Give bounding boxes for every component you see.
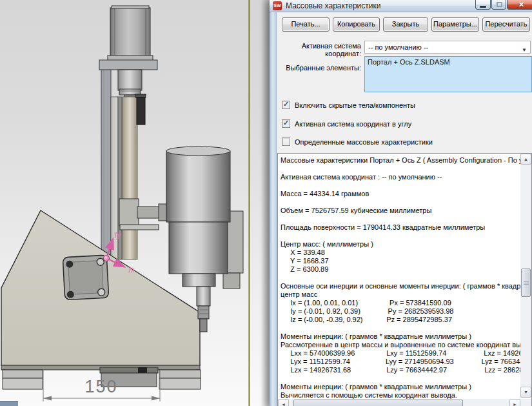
horizontal-scrollbar[interactable]: ◄ ►	[278, 399, 531, 406]
solidworks-icon: SW	[273, 1, 282, 10]
dialog-frame-edge	[270, 12, 277, 406]
axis-iz-label: Iz	[128, 265, 134, 274]
coord-system-dropdown[interactable]: -- по умолчанию -- ▼	[364, 41, 531, 54]
spindle-motor	[166, 147, 243, 289]
checkbox-hidden-bodies[interactable]: ✓	[282, 101, 290, 109]
close-icon: ✕	[507, 0, 532, 9]
horizontal-scroll-thumb[interactable]	[293, 400, 463, 406]
mass-properties-report[interactable]: Массовые характеристики Портал + Ось Z (…	[277, 153, 532, 406]
selected-item[interactable]: Портал + Ось Z.SLDASM	[368, 58, 529, 66]
minimize-icon	[480, 6, 486, 8]
z-axis-column	[99, 6, 168, 259]
checkbox-label: Определенные массовые характеристики	[295, 138, 433, 146]
check-icon: ✓	[283, 119, 289, 127]
viewport-active-border	[249, 0, 250, 406]
cad-model: 150 Iy Iz	[0, 0, 271, 406]
scrollbar-corner	[520, 399, 531, 406]
selected-items-label: Выбранные элементы:	[279, 64, 361, 72]
close-button[interactable]: ✕	[507, 0, 532, 10]
coord-system-value: -- по умолчанию --	[368, 43, 428, 51]
cad-viewport[interactable]: 150 Iy Iz	[0, 0, 271, 406]
checkbox-label: Активная система координат в углу	[295, 120, 411, 128]
scroll-right-icon[interactable]: ►	[509, 399, 520, 406]
maximize-button[interactable]	[491, 0, 506, 10]
vertical-scroll-thumb[interactable]	[521, 269, 531, 297]
scroll-left-icon[interactable]: ◄	[278, 399, 289, 406]
coord-system-label: Активная система координат:	[279, 42, 361, 57]
bottom-left-ui-fragment	[0, 401, 18, 406]
checkbox-assigned-mass[interactable]: ✓	[282, 137, 290, 146]
copy-button[interactable]: Копировать	[333, 17, 380, 32]
axis-iy-label: Iy	[113, 230, 121, 239]
report-text[interactable]: Массовые характеристики Портал + Ось Z (…	[278, 154, 520, 406]
close-dlg-button[interactable]: Закрыть	[383, 17, 428, 32]
selected-items-list[interactable]: Портал + Ось Z.SLDASM	[364, 56, 532, 92]
print-button[interactable]: Печать...	[282, 17, 330, 32]
mass-properties-dialog: SW Массовые характеристики ✕ Печать... К…	[270, 0, 532, 406]
dialog-body: Печать... Копировать Закрыть Параметры..…	[277, 12, 532, 406]
check-icon: ✓	[283, 100, 289, 108]
scroll-down-icon[interactable]: ▼	[520, 387, 531, 398]
recalculate-button[interactable]: Пересчитать	[482, 17, 530, 32]
scroll-up-icon[interactable]: ▲	[520, 154, 531, 165]
base-access-plate	[63, 255, 108, 299]
dialog-title: Массовые характеристики	[286, 1, 380, 10]
maximize-icon	[497, 2, 502, 7]
checkbox-label: Включить скрытые тела/компоненты	[295, 101, 415, 109]
dimension-value: 150	[84, 377, 117, 396]
minimize-button[interactable]	[475, 0, 491, 10]
screen: 150 Iy Iz SW Массовые характеристики ✕	[0, 0, 532, 406]
checkbox-coord-corner[interactable]: ✓	[282, 119, 290, 128]
chevron-down-icon[interactable]: ▼	[522, 45, 527, 56]
options-button[interactable]: Параметры...	[431, 17, 479, 32]
vertical-scrollbar[interactable]: ▲ ▼	[520, 154, 531, 398]
dialog-titlebar[interactable]: SW Массовые характеристики ✕	[270, 0, 532, 12]
